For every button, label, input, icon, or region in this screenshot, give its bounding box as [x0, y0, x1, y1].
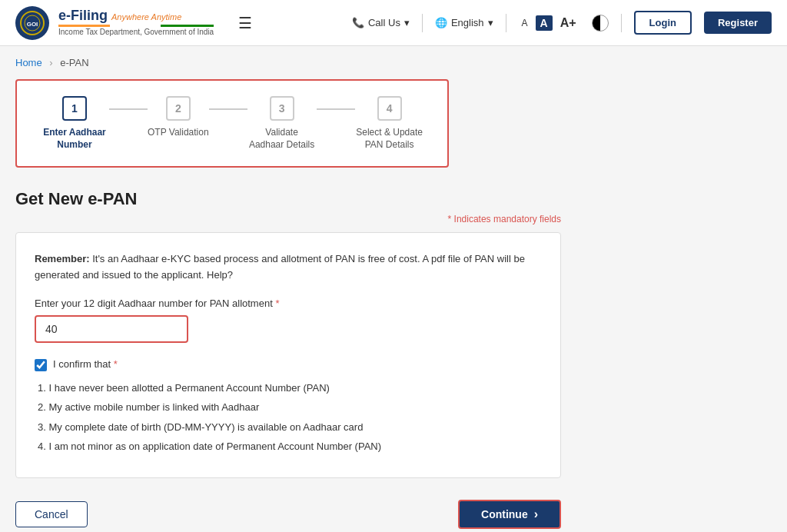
- condition-2: 2. My active mobile number is linked wit…: [38, 400, 542, 415]
- aadhaar-input[interactable]: [35, 315, 188, 343]
- confirm-section: I confirm that *: [35, 358, 542, 371]
- header-right: 📞 Call Us ▾ 🌐 English ▾ A A A+ Login Reg…: [352, 11, 772, 35]
- step-4-label: Select & Update PAN Details: [355, 127, 424, 151]
- step-2: 2 OTP Validation: [148, 96, 209, 139]
- login-button[interactable]: Login: [634, 11, 692, 35]
- step-1-label: Enter Aadhaar Number: [40, 127, 109, 151]
- header-left: GOI e-Filing Anywhere Anytime Income Tax…: [15, 6, 252, 40]
- language-label: English: [451, 17, 484, 28]
- step-4: 4 Select & Update PAN Details: [355, 96, 424, 151]
- remember-content: It's an Aadhaar e-KYC based process and …: [35, 253, 525, 281]
- divider-2: [506, 14, 506, 32]
- language-selector[interactable]: 🌐 English ▾: [435, 17, 493, 28]
- logo-brand: e-Filing Anywhere Anytime: [58, 8, 214, 24]
- confirm-label: I confirm that *: [53, 358, 118, 370]
- condition-4: 4. I am not minor as on application date…: [38, 439, 542, 454]
- stepper-wrapper: 1 Enter Aadhaar Number 2 OTP Validation …: [15, 79, 449, 168]
- logo-subtitle: Income Tax Department, Government of Ind…: [58, 27, 214, 37]
- step-connector-3-4: [317, 108, 355, 110]
- mandatory-star: *: [448, 214, 452, 224]
- continue-arrow-icon: ›: [534, 507, 538, 521]
- step-3: 3 Validate Aadhaar Details: [247, 96, 317, 151]
- cancel-button[interactable]: Cancel: [15, 501, 88, 527]
- step-2-label: OTP Validation: [148, 127, 209, 139]
- stepper: 1 Enter Aadhaar Number 2 OTP Validation …: [40, 96, 424, 151]
- step-4-box: 4: [377, 96, 402, 121]
- step-2-box: 2: [166, 96, 191, 121]
- breadcrumb-current: e-PAN: [60, 57, 88, 68]
- breadcrumb-home[interactable]: Home: [15, 57, 42, 68]
- font-small-button[interactable]: A: [519, 16, 531, 30]
- step-1: 1 Enter Aadhaar Number: [40, 96, 109, 151]
- confirm-checkbox[interactable]: [35, 359, 47, 371]
- conditions-list: 1. I have never been allotted a Permanen…: [38, 381, 542, 454]
- phone-icon: 📞: [352, 17, 364, 28]
- form-card: Remember: It's an Aadhaar e-KYC based pr…: [15, 232, 561, 478]
- main-content: 1 Enter Aadhaar Number 2 OTP Validation …: [0, 79, 576, 532]
- breadcrumb: Home › e-PAN: [0, 46, 787, 79]
- step-1-box: 1: [62, 96, 87, 121]
- mandatory-note: * Indicates mandatory fields: [15, 214, 561, 224]
- header: GOI e-Filing Anywhere Anytime Income Tax…: [0, 0, 787, 46]
- hamburger-menu-icon[interactable]: ☰: [238, 14, 252, 32]
- font-controls: A A A+: [519, 15, 579, 32]
- divider-3: [621, 14, 622, 32]
- font-medium-button[interactable]: A: [536, 15, 553, 31]
- svg-text:GOI: GOI: [27, 21, 38, 28]
- contrast-button[interactable]: [592, 15, 609, 32]
- aadhaar-field-label: Enter your 12 digit Aadhaar number for P…: [35, 298, 542, 309]
- bottom-actions: Cancel Continue ›: [15, 500, 561, 529]
- lang-chevron-icon: ▾: [488, 17, 493, 28]
- remember-bold: Remember:: [35, 253, 90, 264]
- step-connector-1-2: [109, 108, 148, 110]
- call-chevron-icon: ▾: [404, 17, 410, 28]
- confirm-required-star: *: [114, 358, 118, 370]
- aadhaar-label-text: Enter your 12 digit Aadhaar number for P…: [35, 298, 273, 309]
- step-3-label: Validate Aadhaar Details: [247, 127, 317, 151]
- register-button[interactable]: Register: [704, 12, 772, 34]
- continue-button[interactable]: Continue ›: [458, 500, 561, 529]
- step-connector-2-3: [209, 108, 247, 110]
- continue-label: Continue: [481, 508, 528, 520]
- breadcrumb-separator: ›: [49, 57, 52, 68]
- font-large-button[interactable]: A+: [557, 15, 579, 32]
- page-title: Get New e-PAN: [15, 189, 561, 209]
- step-3-box: 3: [270, 96, 294, 121]
- call-us-label: Call Us: [368, 17, 400, 28]
- mandatory-text: Indicates mandatory fields: [454, 214, 561, 224]
- confirm-label-text: I confirm that: [53, 358, 111, 370]
- call-us-button[interactable]: 📞 Call Us ▾: [352, 17, 410, 28]
- condition-1: 1. I have never been allotted a Permanen…: [38, 381, 542, 396]
- globe-icon: 🌐: [435, 17, 447, 28]
- logo-tagline: Anywhere Anytime: [111, 12, 181, 22]
- logo-emblem: GOI: [15, 6, 49, 40]
- logo-text: e-Filing Anywhere Anytime Income Tax Dep…: [58, 8, 214, 38]
- condition-3: 3. My complete date of birth (DD-MM-YYYY…: [38, 420, 542, 435]
- aadhaar-required-star: *: [275, 298, 279, 309]
- remember-text: Remember: It's an Aadhaar e-KYC based pr…: [35, 251, 542, 284]
- divider: [422, 14, 423, 32]
